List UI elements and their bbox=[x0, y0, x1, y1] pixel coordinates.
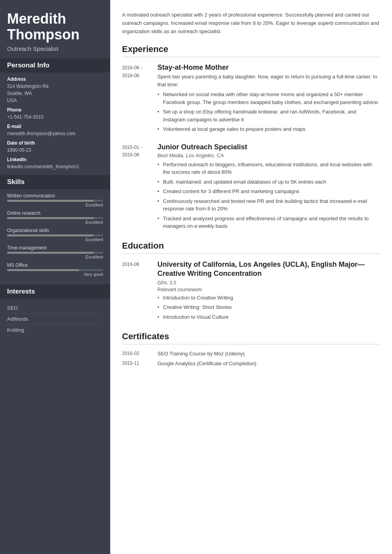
list-item: Set up a shop on Etsy offering handmade … bbox=[157, 108, 380, 123]
education-section: Education 2016-06 University of Californ… bbox=[122, 241, 380, 323]
personal-info-address-value: 314 Washington Rd.Seattle, WAUSA bbox=[7, 83, 103, 104]
skill-bar-bg bbox=[7, 269, 103, 271]
cert-date-1: 2016-02 bbox=[122, 351, 157, 357]
exp-title-1: Stay-at-Home Mother bbox=[157, 63, 380, 72]
exp-list-2: Performed outreach to bloggers, influenc… bbox=[157, 161, 380, 230]
skill-bar-fill bbox=[7, 269, 79, 271]
skill-level: Excellent bbox=[7, 237, 103, 242]
personal-info-dob-value: 1990-05-23 bbox=[7, 147, 103, 154]
skill-bar-fill bbox=[7, 200, 94, 202]
list-item: Tracked and analyzed progress and effect… bbox=[157, 215, 380, 230]
personal-info-dob-label: Date of birth bbox=[7, 140, 103, 146]
list-item: Introduction to Visual Culture bbox=[157, 313, 380, 321]
skill-online-research: Online research Excellent bbox=[7, 210, 103, 225]
skill-bar-bg bbox=[7, 234, 103, 236]
exp-content-1: Stay-at-Home Mother Spent two years pare… bbox=[157, 63, 380, 135]
personal-info-email-value: meredith.thompson@yahoo.com bbox=[7, 130, 103, 137]
candidate-name: Meredith Thompson bbox=[7, 11, 103, 42]
list-item: Created content for 3 different PR and m… bbox=[157, 188, 380, 195]
cert-entry-1: 2016-02 SEO Training Course by Moz (Udem… bbox=[122, 351, 380, 357]
personal-info-linkedin-value: linkedin.com/meredith_thomphon1 bbox=[7, 163, 103, 170]
skill-bar-fill bbox=[7, 217, 94, 219]
skill-level: Very good bbox=[7, 272, 103, 277]
cert-entry-2: 2015-11 Google Analytics (Certificate of… bbox=[122, 361, 380, 366]
list-item: Continuously researched and tested new P… bbox=[157, 197, 380, 213]
edu-content-1: University of California, Los Angeles (U… bbox=[157, 260, 380, 323]
main-content: A motivated outreach specialist with 2 y… bbox=[110, 0, 392, 554]
skills-header: Skills bbox=[0, 175, 110, 189]
experience-entry-1: 2016-06 -2018-06 Stay-at-Home Mother Spe… bbox=[122, 63, 380, 135]
exp-subtitle-2: Best Media, Los Angeles, CA bbox=[157, 152, 380, 158]
edu-gpa-1: GPA: 3.5 bbox=[157, 280, 380, 286]
interests-section: Interests SEO AdWords Knitting bbox=[0, 284, 110, 340]
experience-header: Experience bbox=[122, 44, 380, 57]
skill-bar-bg bbox=[7, 217, 103, 219]
personal-info-linkedin-label: LinkedIn bbox=[7, 157, 103, 162]
sidebar-header: Meredith Thompson Outreach Specialist bbox=[0, 0, 110, 58]
experience-entry-2: 2015-01 -2016-06 Junior Outreach Special… bbox=[122, 143, 380, 232]
certificates-section: Certificates 2016-02 SEO Training Course… bbox=[122, 331, 380, 366]
skill-name: Organizational skills bbox=[7, 228, 103, 233]
interest-knitting: Knitting bbox=[7, 325, 103, 335]
interest-adwords: AdWords bbox=[7, 314, 103, 325]
skills-section: Skills Written communication Excellent O… bbox=[0, 175, 110, 284]
personal-info-section: Personal Info Address 314 Washington Rd.… bbox=[0, 58, 110, 175]
personal-info-phone-label: Phone bbox=[7, 107, 103, 113]
list-item: Volunteered at local garage sales to pre… bbox=[157, 125, 380, 133]
sidebar: Meredith Thompson Outreach Specialist Pe… bbox=[0, 0, 110, 554]
edu-date-1: 2016-06 bbox=[122, 260, 157, 323]
edu-coursework-list: Introduction to Creative Writing Creativ… bbox=[157, 294, 380, 321]
exp-desc-1: Spent two years parenting a baby daughte… bbox=[157, 73, 380, 88]
experience-section: Experience 2016-06 -2018-06 Stay-at-Home… bbox=[122, 44, 380, 232]
skill-name: Online research bbox=[7, 210, 103, 216]
edu-title-1: University of California, Los Angeles (U… bbox=[157, 260, 380, 279]
skill-written-communication: Written communication Excellent bbox=[7, 193, 103, 207]
skill-name: MS Office bbox=[7, 262, 103, 268]
skill-name: Time-management bbox=[7, 245, 103, 251]
skill-bar-fill bbox=[7, 234, 94, 236]
interests-header: Interests bbox=[0, 284, 110, 299]
skill-bar-bg bbox=[7, 200, 103, 202]
list-item: Performed outreach to bloggers, influenc… bbox=[157, 161, 380, 176]
exp-date-1: 2016-06 -2018-06 bbox=[122, 63, 157, 135]
interest-seo: SEO bbox=[7, 303, 103, 314]
edu-coursework-label: Relevant coursework: bbox=[157, 287, 380, 292]
exp-list-1: Networked on social media with other sta… bbox=[157, 91, 380, 133]
education-entry-1: 2016-06 University of California, Los An… bbox=[122, 260, 380, 323]
skill-level: Excellent bbox=[7, 220, 103, 225]
exp-content-2: Junior Outreach Specialist Best Media, L… bbox=[157, 143, 380, 232]
skill-name: Written communication bbox=[7, 193, 103, 199]
skill-ms-office: MS Office Very good bbox=[7, 262, 103, 277]
skill-time-management: Time-management Excellent bbox=[7, 245, 103, 259]
cert-title-2: Google Analytics (Certificate of Complet… bbox=[157, 361, 256, 366]
skill-level: Excellent bbox=[7, 255, 103, 259]
skill-bar-bg bbox=[7, 252, 103, 254]
first-name: Meredith bbox=[7, 11, 66, 27]
list-item: Creative Writing: Short Stories bbox=[157, 303, 380, 311]
list-item: Built, maintained, and updated email dat… bbox=[157, 178, 380, 186]
personal-info-phone-value: +1-541-754-3010 bbox=[7, 113, 103, 121]
list-item: Introduction to Creative Writing bbox=[157, 294, 380, 302]
candidate-title: Outreach Specialist bbox=[7, 45, 103, 52]
exp-title-2: Junior Outreach Specialist bbox=[157, 143, 380, 151]
list-item: Networked on social media with other sta… bbox=[157, 91, 380, 106]
skill-bar-fill bbox=[7, 252, 94, 254]
exp-date-2: 2015-01 -2016-06 bbox=[122, 143, 157, 232]
resume-container: Meredith Thompson Outreach Specialist Pe… bbox=[0, 0, 392, 554]
cert-title-1: SEO Training Course by Moz (Udemy) bbox=[157, 351, 245, 357]
personal-info-email-label: E-mail bbox=[7, 124, 103, 129]
personal-info-address-label: Address bbox=[7, 76, 103, 82]
cert-date-2: 2015-11 bbox=[122, 361, 157, 366]
education-header: Education bbox=[122, 241, 380, 254]
skill-level: Excellent bbox=[7, 203, 103, 207]
personal-info-header: Personal Info bbox=[0, 58, 110, 73]
last-name: Thompson bbox=[7, 26, 80, 43]
summary-text: A motivated outreach specialist with 2 y… bbox=[122, 11, 380, 35]
certificates-header: Certificates bbox=[122, 331, 380, 344]
skill-organizational: Organizational skills Excellent bbox=[7, 228, 103, 242]
